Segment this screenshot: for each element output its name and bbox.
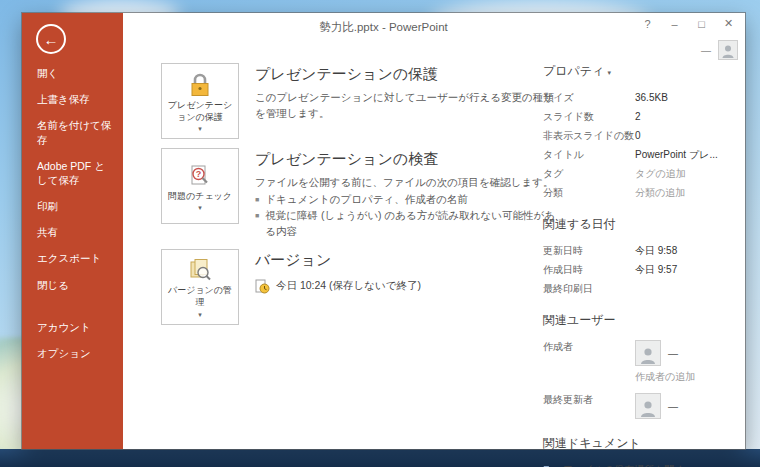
maximize-button[interactable]: □ bbox=[688, 13, 715, 34]
sidebar-item-account[interactable]: アカウント bbox=[22, 314, 123, 340]
property-row-title: タイトル PowerPoint プレ... bbox=[543, 148, 738, 162]
sidebar-item-open[interactable]: 開く bbox=[22, 60, 123, 86]
minimize-button[interactable]: – bbox=[661, 13, 688, 34]
bullet-icon: ■ bbox=[255, 211, 259, 240]
inspect-document-icon: ? bbox=[187, 163, 213, 189]
title-bar: 勢力比.pptx - PowerPoint ? – □ ✕ — bbox=[22, 13, 745, 41]
property-value: 0 bbox=[635, 130, 641, 141]
versions-section-title: バージョン bbox=[255, 251, 421, 270]
sidebar-item-share[interactable]: 共有 bbox=[22, 219, 123, 245]
properties-header-label: プロパティ bbox=[543, 64, 604, 78]
check-for-issues-button[interactable]: ? 問題のチェック ▾ bbox=[161, 148, 239, 224]
related-dates-section: 関連する日付 更新日時 今日 9:58 作成日時 今日 9:57 最終印刷日 bbox=[543, 216, 738, 296]
inspect-bullet-item: ■ 視覚に障碍 (しょうがい) のある方が読み取れない可能性がある内容 bbox=[255, 207, 556, 240]
powerpoint-window: 勢力比.pptx - PowerPoint ? – □ ✕ — ← 開く 上書き… bbox=[22, 13, 745, 449]
inspect-presentation-section: ? 問題のチェック ▾ プレゼンテーションの検査 ファイルを公開する前に、ファイ… bbox=[161, 148, 556, 240]
sidebar-item-export[interactable]: エクスポート bbox=[22, 245, 123, 271]
date-label: 更新日時 bbox=[543, 244, 635, 258]
inspect-section-text: プレゼンテーションの検査 ファイルを公開する前に、ファイルの次の項目を確認します… bbox=[255, 148, 556, 240]
related-documents-section: 関連ドキュメント ファイルの保存場所を開く ファイルへのリンクの編集 プロパティ… bbox=[543, 435, 738, 467]
date-label: 最終印刷日 bbox=[543, 282, 635, 296]
protect-section-title: プレゼンテーションの保護 bbox=[255, 65, 556, 84]
sidebar-item-print[interactable]: 印刷 bbox=[22, 193, 123, 219]
dropdown-arrow-icon: ▾ bbox=[198, 311, 202, 318]
property-title-field[interactable]: PowerPoint プレ... bbox=[635, 148, 718, 162]
property-row-slides: スライド数 2 bbox=[543, 110, 738, 124]
backstage-info-pane: プレゼンテーションの保護 ▾ プレゼンテーションの保護 このプレゼンテーションに… bbox=[123, 41, 745, 449]
user-signin-area: — bbox=[701, 40, 738, 60]
dropdown-arrow-icon: ▾ bbox=[198, 125, 202, 132]
backstage-sidebar: ← 開く 上書き保存 名前を付けて保存 Adobe PDF として保存 印刷 共… bbox=[22, 13, 123, 449]
author-name: — bbox=[668, 348, 678, 359]
inspect-bullet-text: ドキュメントのプロパティ、作成者の名前 bbox=[265, 191, 468, 207]
related-documents-header: 関連ドキュメント bbox=[543, 435, 738, 452]
autosaved-version-item[interactable]: 今日 10:24 (保存しないで終了) bbox=[255, 279, 421, 294]
open-file-location-link[interactable]: ファイルの保存場所を開く bbox=[543, 463, 738, 467]
property-label: 非表示スライドの数 bbox=[543, 129, 635, 143]
property-row-size: サイズ 36.5KB bbox=[543, 91, 738, 105]
property-label: タイトル bbox=[543, 148, 635, 162]
sidebar-item-close[interactable]: 閉じる bbox=[22, 272, 123, 298]
property-row-tags: タグ タグの追加 bbox=[543, 167, 738, 181]
related-dates-header: 関連する日付 bbox=[543, 216, 738, 233]
svg-text:?: ? bbox=[196, 169, 202, 179]
back-button[interactable]: ← bbox=[36, 24, 66, 54]
manage-versions-button[interactable]: バージョンの管理 ▾ bbox=[161, 249, 239, 325]
date-label: 作成日時 bbox=[543, 263, 635, 277]
versions-section-text: バージョン 今日 10:24 (保存しないで終了) bbox=[255, 249, 421, 294]
add-category-field[interactable]: 分類の追加 bbox=[635, 186, 685, 200]
editor-label: 最終更新者 bbox=[543, 393, 635, 407]
lock-icon bbox=[187, 72, 213, 98]
version-clock-icon bbox=[255, 279, 270, 294]
check-issues-button-label: 問題のチェック bbox=[168, 191, 232, 203]
bullet-icon: ■ bbox=[255, 195, 259, 207]
add-author-field[interactable]: 作成者の追加 bbox=[635, 370, 738, 384]
editor-name: — bbox=[668, 401, 678, 412]
properties-section: プロパティ▾ サイズ 36.5KB スライド数 2 非表示スライドの数 0 タイ… bbox=[543, 63, 738, 200]
author-row: 作成者 — bbox=[543, 340, 738, 366]
editor-avatar bbox=[635, 393, 661, 419]
person-icon bbox=[638, 398, 658, 418]
add-tag-field[interactable]: タグの追加 bbox=[635, 167, 686, 181]
person-icon bbox=[720, 43, 736, 59]
inspect-section-title: プレゼンテーションの検査 bbox=[255, 150, 556, 169]
back-arrow-icon: ← bbox=[44, 31, 59, 48]
property-row-categories: 分類 分類の追加 bbox=[543, 186, 738, 200]
related-people-section: 関連ユーザー 作成者 — 作成者の追加 最 bbox=[543, 312, 738, 419]
person-icon bbox=[638, 345, 658, 365]
open-file-location-label: ファイルの保存場所を開く bbox=[563, 463, 685, 467]
protect-presentation-button[interactable]: プレゼンテーションの保護 ▾ bbox=[161, 63, 239, 139]
properties-header[interactable]: プロパティ▾ bbox=[543, 63, 738, 80]
version-item-text: 今日 10:24 (保存しないで終了) bbox=[276, 279, 421, 293]
user-avatar[interactable] bbox=[718, 40, 738, 60]
versions-section: バージョンの管理 ▾ バージョン 今日 10:24 (保存しないで終了) bbox=[161, 249, 556, 325]
property-label: 分類 bbox=[543, 186, 635, 200]
date-row-last-printed: 最終印刷日 bbox=[543, 282, 738, 296]
property-label: タグ bbox=[543, 167, 635, 181]
info-right-panel: プロパティ▾ サイズ 36.5KB スライド数 2 非表示スライドの数 0 タイ… bbox=[543, 63, 738, 467]
protect-button-label: プレゼンテーションの保護 bbox=[165, 100, 235, 123]
protect-section-desc: このプレゼンテーションに対してユーザーが行える変更の種類を管理します。 bbox=[255, 90, 556, 122]
editor-cell: — bbox=[635, 393, 678, 419]
property-label: サイズ bbox=[543, 91, 635, 105]
date-row-created: 作成日時 今日 9:57 bbox=[543, 263, 738, 277]
close-button[interactable]: ✕ bbox=[715, 13, 742, 34]
date-value: 今日 9:57 bbox=[635, 263, 677, 277]
protect-section-text: プレゼンテーションの保護 このプレゼンテーションに対してユーザーが行える変更の種… bbox=[255, 63, 556, 122]
sidebar-item-save-as-adobe-pdf[interactable]: Adobe PDF として保存 bbox=[22, 153, 123, 193]
author-avatar bbox=[635, 340, 661, 366]
date-row-modified: 更新日時 今日 9:58 bbox=[543, 244, 738, 258]
dropdown-arrow-icon: ▾ bbox=[198, 204, 202, 211]
author-cell: — bbox=[635, 340, 678, 366]
window-title: 勢力比.pptx - PowerPoint bbox=[132, 20, 635, 35]
window-controls: ? – □ ✕ bbox=[634, 13, 742, 34]
sidebar-item-save[interactable]: 上書き保存 bbox=[22, 86, 123, 112]
last-modified-by-row: 最終更新者 — bbox=[543, 393, 738, 419]
sidebar-item-save-as[interactable]: 名前を付けて保存 bbox=[22, 112, 123, 152]
help-button[interactable]: ? bbox=[634, 13, 661, 34]
manage-versions-icon bbox=[187, 257, 213, 283]
manage-versions-button-label: バージョンの管理 bbox=[165, 285, 235, 308]
sidebar-item-options[interactable]: オプション bbox=[22, 340, 123, 366]
related-people-header: 関連ユーザー bbox=[543, 312, 738, 329]
inspect-section-desc: ファイルを公開する前に、ファイルの次の項目を確認します。 bbox=[255, 175, 556, 191]
